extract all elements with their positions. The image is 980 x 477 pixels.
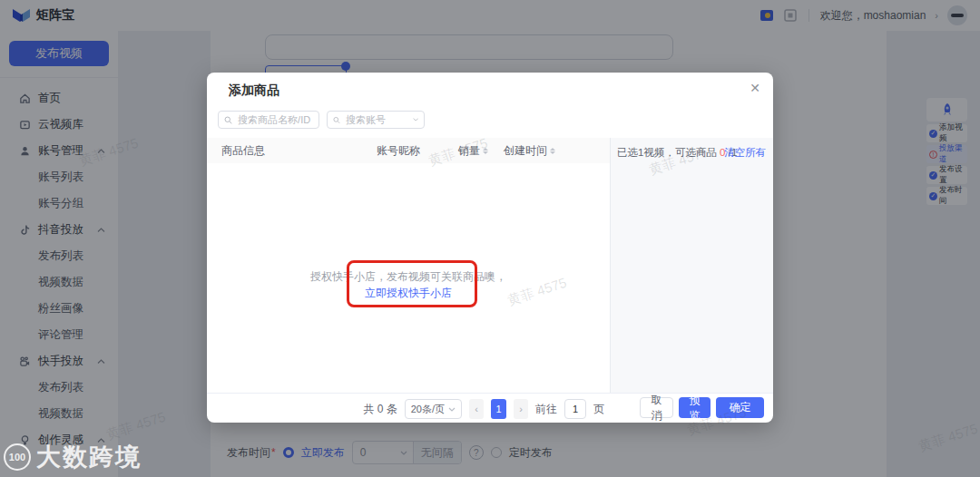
table-header: 商品信息账号昵称销量创建时间	[207, 138, 610, 163]
clear-all-link[interactable]: 清空所有	[724, 146, 766, 160]
app-root: 矩阵宝 欢迎您，moshaomian › 发布视频 首页云视频库账号管理账号列表…	[0, 0, 980, 477]
close-icon[interactable]: ✕	[750, 81, 760, 95]
add-product-modal: 添加商品 ✕ 商品信息账号昵称销量创建时间 授权快手小店，发布视频可关联商品噢，…	[207, 73, 773, 423]
column-header-0: 商品信息	[221, 138, 265, 163]
confirm-button[interactable]: 确定	[716, 397, 764, 418]
column-header-1: 账号昵称	[377, 138, 420, 163]
cancel-button[interactable]: 取消	[640, 397, 673, 418]
selected-panel-header: 已选1视频，可选商品 0 /1 清空所有	[611, 138, 773, 160]
search-icon	[224, 115, 232, 125]
search-product-input-wrap	[218, 111, 319, 129]
pagination: 共 0 条 20条/页 ‹ 1 › 前往 页	[207, 399, 604, 419]
chevron-down-icon	[413, 117, 418, 122]
modal-footer: 取消 预览 确定	[640, 397, 764, 418]
column-label: 创建时间	[504, 138, 547, 163]
column-label: 商品信息	[221, 138, 265, 163]
preview-button[interactable]: 预览	[679, 397, 710, 418]
goto-label: 前往	[535, 402, 557, 417]
column-header-3[interactable]: 创建时间	[504, 138, 555, 163]
search-product-input[interactable]	[236, 113, 313, 126]
prev-page-button[interactable]: ‹	[469, 399, 484, 419]
search-account-input[interactable]	[344, 113, 409, 126]
empty-state-text: 授权快手小店，发布视频可关联商品噢，	[207, 268, 610, 285]
column-header-2[interactable]: 销量	[458, 138, 488, 163]
page-number-active[interactable]: 1	[491, 399, 506, 419]
chevron-down-icon	[448, 407, 456, 412]
goto-suffix: 页	[593, 402, 604, 417]
authorize-kuaishou-link[interactable]: 立即授权快手小店	[207, 285, 610, 301]
search-account-input-wrap	[327, 111, 425, 129]
total-count: 共 0 条	[363, 402, 397, 417]
goto-page-input[interactable]	[564, 399, 586, 419]
sort-icon[interactable]	[483, 148, 488, 154]
next-page-button[interactable]: ›	[514, 399, 528, 419]
column-label: 账号昵称	[377, 138, 420, 163]
page-size-select[interactable]: 20条/页	[405, 399, 462, 419]
search-icon	[333, 115, 340, 125]
sort-icon[interactable]	[550, 148, 555, 154]
modal-title: 添加商品	[229, 83, 279, 99]
column-label: 销量	[458, 138, 480, 163]
selected-panel: 已选1视频，可选商品 0 /1 清空所有	[610, 138, 773, 393]
empty-state: 授权快手小店，发布视频可关联商品噢， 立即授权快手小店	[207, 268, 610, 301]
